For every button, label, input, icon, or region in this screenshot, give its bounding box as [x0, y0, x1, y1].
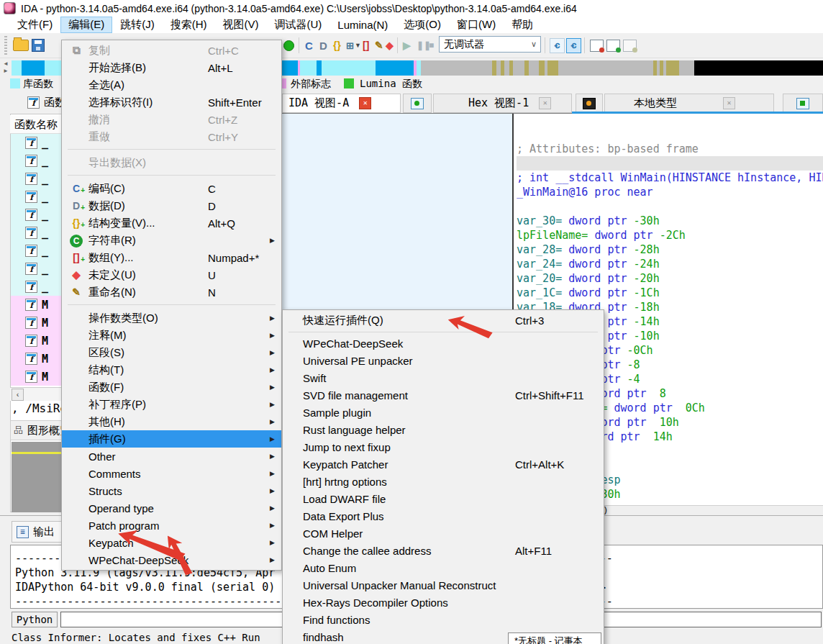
- menu-item[interactable]: {}结构变量(V)...Alt+Q: [62, 214, 281, 232]
- menu-item[interactable]: 结构(T)▶: [62, 361, 281, 378]
- debugger-select[interactable]: 无调试器 ∨: [439, 36, 541, 53]
- submenu-item[interactable]: Swift: [283, 369, 604, 386]
- keyboard-ops-button[interactable]: ⊞: [346, 38, 354, 53]
- menu-item[interactable]: []数组(Y)...Numpad+*: [62, 249, 281, 266]
- menubar-item[interactable]: 跳转(J): [113, 17, 162, 32]
- save-icon: [32, 39, 45, 52]
- del-window-button[interactable]: [623, 38, 637, 53]
- menubar-item[interactable]: Lumina(N): [330, 18, 395, 32]
- notepad-preview-popup[interactable]: *无标题 - 记事本: [508, 632, 601, 644]
- submenu-item[interactable]: Change the callee addressAlt+F11: [283, 542, 604, 559]
- dropdown-arrow-icon[interactable]: ▼: [355, 38, 361, 53]
- code-token: dword ptr: [568, 214, 633, 227]
- menu-item[interactable]: Operand type▶: [62, 499, 281, 517]
- title-bar[interactable]: IDA - python-3.14.0a5-amd64.exe.i64 (pyt…: [0, 0, 823, 17]
- save-button[interactable]: [32, 38, 45, 53]
- open-file-button[interactable]: [13, 38, 29, 53]
- menubar-item[interactable]: 搜索(H): [163, 17, 214, 32]
- menubar-item[interactable]: 编辑(E): [61, 17, 112, 32]
- make-code-button[interactable]: C: [305, 38, 313, 53]
- menubar-item[interactable]: 帮助: [504, 17, 540, 32]
- legend-label: 库函数: [23, 78, 53, 91]
- submenu-item[interactable]: Data Export Plus: [283, 507, 604, 525]
- tab-view-icon[interactable]: [403, 94, 432, 113]
- tab-output[interactable]: ≣ 输出: [12, 521, 64, 543]
- add-window-button[interactable]: [606, 38, 620, 53]
- tab-flag-icon[interactable]: [783, 94, 823, 113]
- lumina-status-button[interactable]: [283, 38, 294, 53]
- navband-arrows[interactable]: ◄►: [1, 60, 10, 76]
- toolbar-separator: [397, 37, 398, 53]
- menu-item[interactable]: 函数(F)▶: [62, 378, 281, 396]
- submenu-item[interactable]: Universal PE unpacker: [283, 352, 604, 369]
- menu-item[interactable]: 区段(S)▶: [62, 344, 281, 361]
- menubar-item[interactable]: 调试器(U): [267, 17, 329, 32]
- make-data-button[interactable]: D: [319, 38, 327, 53]
- tab-clock-icon[interactable]: [576, 94, 603, 113]
- submenu-item[interactable]: Keypatch PatcherCtrl+Alt+K: [283, 455, 604, 473]
- menubar-item[interactable]: 文件(F): [10, 17, 60, 32]
- menu-item[interactable]: 重做Ctrl+Y: [62, 128, 281, 145]
- menu-bar: 文件(F)编辑(E)跳转(J)搜索(H)视图(V)调试器(U)Lumina(N)…: [0, 17, 823, 33]
- produce-c-file-button[interactable]: ꞓ: [566, 38, 581, 53]
- close-icon[interactable]: ✕: [359, 97, 371, 109]
- submenu-item[interactable]: SVD file managementCtrl+Shift+F11: [283, 386, 604, 404]
- submenu-item[interactable]: COM Helper: [283, 525, 604, 542]
- menu-item[interactable]: Structs▶: [62, 482, 281, 499]
- submenu-item[interactable]: Rust language helper: [283, 421, 604, 438]
- function-icon: [25, 209, 37, 221]
- menu-item[interactable]: D数据(D)D: [62, 197, 281, 214]
- submenu-item[interactable]: 快速运行插件(Q)Ctrl+3: [283, 312, 604, 329]
- toolbar-grip[interactable]: [4, 36, 7, 55]
- submenu-item[interactable]: Universal Unpacker Manual Reconstruct: [283, 576, 604, 594]
- python-interpreter-button[interactable]: Python: [12, 612, 58, 627]
- struct-var-button[interactable]: {}: [333, 38, 341, 53]
- scroll-left-button[interactable]: ‹: [12, 389, 24, 401]
- tab-hex-view-1[interactable]: Hex 视图-1 ✕: [433, 94, 572, 113]
- submenu-item[interactable]: Jump to next fixup: [283, 438, 604, 455]
- menu-item[interactable]: C编码(C)C: [62, 180, 281, 197]
- submenu-item[interactable]: Find functions: [283, 611, 604, 628]
- submenu-arrow-icon: ▶: [270, 237, 281, 244]
- menu-item[interactable]: 选择标识符(I)Shift+Enter: [62, 94, 281, 111]
- menu-item[interactable]: 开始选择(B)Alt+L: [62, 59, 281, 76]
- tab-ida-view-a[interactable]: IDA 视图-A ✕: [282, 94, 401, 113]
- windows-list-button[interactable]: [590, 38, 604, 53]
- tab-functions[interactable]: 函数: [13, 96, 65, 109]
- debugger-stop-button[interactable]: ■: [429, 38, 434, 53]
- submenu-item[interactable]: WPeChat-DeepSeek: [283, 335, 604, 352]
- submenu-item[interactable]: Auto Enum: [283, 559, 604, 576]
- undefine-button[interactable]: ◆: [386, 38, 394, 53]
- close-icon[interactable]: ✕: [723, 97, 735, 109]
- menu-item[interactable]: 注释(M)▶: [62, 327, 281, 344]
- menubar-item[interactable]: 选项(O): [396, 17, 448, 32]
- submenu-item[interactable]: Hex-Rays Decompiler Options: [283, 594, 604, 611]
- submenu-item[interactable]: [hrt] hrtng options: [283, 473, 604, 490]
- menu-item[interactable]: Other▶: [62, 448, 281, 465]
- code-token: -20h: [634, 272, 660, 285]
- menu-item[interactable]: 撤消Ctrl+Z: [62, 111, 281, 128]
- menubar-item[interactable]: 窗口(W): [450, 17, 503, 32]
- menu-item[interactable]: ◆未定义(U)U: [62, 266, 281, 284]
- menu-item[interactable]: 插件(G)▶: [62, 430, 281, 448]
- menu-item[interactable]: Comments▶: [62, 465, 281, 482]
- menu-item[interactable]: 补丁程序(P)▶: [62, 396, 281, 413]
- debugger-start-button[interactable]: ▶: [403, 38, 411, 53]
- menu-item[interactable]: ✎重命名(N)N: [62, 284, 281, 301]
- menu-item[interactable]: 全选(A): [62, 76, 281, 94]
- submenu-item[interactable]: Sample plugin: [283, 404, 604, 421]
- menubar-item[interactable]: 视图(V): [215, 17, 265, 32]
- tab-local-types[interactable]: 本地类型 ✕: [604, 94, 774, 113]
- rename-button[interactable]: ✎: [375, 38, 383, 53]
- make-array-button[interactable]: []: [363, 38, 369, 53]
- submenu-item[interactable]: Load DWARF file: [283, 490, 604, 507]
- close-icon[interactable]: ✕: [539, 97, 551, 109]
- menu-item[interactable]: C字符串(R)▶: [62, 232, 281, 249]
- menu-item[interactable]: 其他(H)▶: [62, 413, 281, 430]
- menu-item-label: Other: [88, 450, 208, 463]
- menu-item[interactable]: 操作数类型(O)▶: [62, 309, 281, 327]
- function-name-fragment: _: [42, 263, 48, 276]
- open-c-file-button[interactable]: ꞓ: [550, 38, 565, 53]
- menu-item[interactable]: ⧉复制Ctrl+C: [62, 42, 281, 59]
- menu-item[interactable]: 导出数据(X): [62, 154, 281, 171]
